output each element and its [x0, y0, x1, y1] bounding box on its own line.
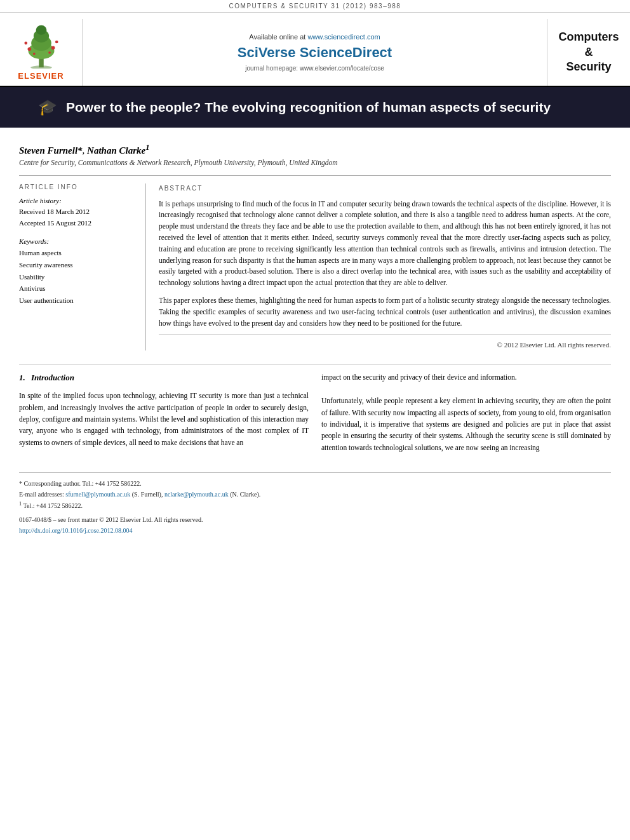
elsevier-brand-label: ELSEVIER — [18, 71, 64, 81]
accepted-date: Accepted 15 August 2012 — [19, 218, 137, 229]
introduction-left-text: In spite of the implied focus upon techn… — [19, 390, 309, 448]
available-online-text: Available online at www.sciencedirect.co… — [249, 33, 380, 41]
content-area: Steven Furnell*, Nathan Clarke1 Centre f… — [0, 128, 630, 536]
email2-name: (N. Clarke). — [230, 491, 260, 498]
sciverse-brand: SciVerse ScienceDirect — [238, 44, 392, 61]
affiliation-line: Centre for Security, Communications & Ne… — [19, 159, 611, 166]
elsevier-logo-block: ELSEVIER — [0, 19, 83, 86]
article-dates: Received 18 March 2012 Accepted 15 Augus… — [19, 206, 137, 229]
svg-point-11 — [48, 51, 51, 54]
svg-point-10 — [32, 53, 35, 55]
journal-name-line3: Security — [566, 60, 611, 73]
corresponding-tel: Tel.: +44 1752 586222. — [82, 480, 142, 487]
author1-name: Steven Furnell* — [19, 145, 83, 156]
note1-sup: 1 — [19, 501, 22, 507]
abstract-col: ABSTRACT It is perhaps unsurprising to f… — [159, 183, 611, 350]
keyword-2: Security awareness — [19, 259, 137, 271]
abstract-paragraph-1: It is perhaps unsurprising to find much … — [159, 199, 611, 290]
doi-line: http://dx.doi.org/10.1016/j.cose.2012.08… — [19, 525, 611, 536]
author2-name: Nathan Clarke1 — [87, 145, 149, 156]
abstract-paragraph-2: This paper explores these themes, highli… — [159, 295, 611, 329]
doi-link[interactable]: http://dx.doi.org/10.1016/j.cose.2012.08… — [19, 527, 132, 534]
introduction-section: 1. Introduction In spite of the implied … — [19, 364, 611, 453]
intro-number: 1. — [19, 373, 25, 382]
journal-name-line2: & — [584, 46, 593, 58]
svg-point-5 — [36, 25, 46, 35]
note1-text: Tel.: +44 1752 586222. — [23, 503, 83, 510]
email-line-label: E-mail addresses: — [19, 491, 64, 498]
graduation-cap-icon: 🎓 — [38, 98, 57, 116]
keyword-5: User authentication — [19, 295, 137, 307]
corresponding-author-note: * Corresponding author. Tel.: +44 1752 5… — [19, 478, 611, 489]
authors-line: Steven Furnell*, Nathan Clarke1 — [19, 143, 611, 156]
journal-homepage-url: journal homepage: www.elsevier.com/locat… — [245, 65, 384, 72]
abstract-label: ABSTRACT — [159, 183, 611, 194]
article-history-label: Article history: — [19, 197, 137, 204]
introduction-right-col: impact on the security and privacy of th… — [321, 371, 611, 453]
svg-point-7 — [51, 46, 55, 50]
journal-bar: COMPUTERS & SECURITY 31 (2012) 983–988 — [0, 0, 630, 13]
introduction-right-text: impact on the security and privacy of th… — [321, 371, 611, 453]
svg-point-9 — [55, 41, 58, 44]
email2-link[interactable]: nclarke@plymouth.ac.uk — [164, 491, 229, 498]
keywords-list: Human aspects Security awareness Usabili… — [19, 247, 137, 306]
introduction-heading: 1. Introduction — [19, 371, 309, 385]
svg-point-8 — [24, 42, 27, 45]
journal-citation: COMPUTERS & SECURITY 31 (2012) 983–988 — [229, 3, 401, 10]
journal-title-right: Computers & Security — [547, 19, 630, 86]
footnotes-section: * Corresponding author. Tel.: +44 1752 5… — [19, 472, 611, 535]
article-info-label: ARTICLE INFO — [19, 183, 137, 190]
note1-line: 1 Tel.: +44 1752 586222. — [19, 500, 611, 511]
email1-name: (S. Furnell), — [132, 491, 163, 498]
introduction-left-col: 1. Introduction In spite of the implied … — [19, 371, 309, 453]
keyword-3: Usability — [19, 271, 137, 283]
copyright-line: © 2012 Elsevier Ltd. All rights reserved… — [159, 334, 611, 350]
svg-point-1 — [30, 65, 52, 69]
elsevier-tree-icon — [16, 24, 67, 69]
received-date: Received 18 March 2012 — [19, 206, 137, 218]
journal-name-line1: Computers — [558, 30, 619, 43]
email1-link[interactable]: sfurnell@plymouth.ac.uk — [65, 491, 130, 498]
license-line: 0167-4048/$ – see front matter © 2012 El… — [19, 514, 611, 525]
article-title-area: 🎓 Power to the people? The evolving reco… — [0, 87, 630, 128]
journal-header: ELSEVIER Available online at www.science… — [0, 13, 630, 87]
keywords-label: Keywords: — [19, 237, 137, 245]
intro-heading-text: Introduction — [31, 373, 74, 382]
keyword-4: Antivirus — [19, 283, 137, 295]
corresponding-label: * Corresponding author. — [19, 480, 81, 487]
article-info-col: ARTICLE INFO Article history: Received 1… — [19, 183, 146, 350]
sciencedirect-link[interactable]: www.sciencedirect.com — [307, 33, 380, 41]
article-main-title: Power to the people? The evolving recogn… — [66, 98, 551, 116]
svg-point-6 — [27, 47, 31, 51]
journal-header-center: Available online at www.sciencedirect.co… — [83, 19, 547, 86]
keyword-1: Human aspects — [19, 247, 137, 259]
journal-name-block: Computers & Security — [558, 30, 619, 74]
email-line: E-mail addresses: sfurnell@plymouth.ac.u… — [19, 489, 611, 500]
article-info-abstract: ARTICLE INFO Article history: Received 1… — [19, 175, 611, 350]
